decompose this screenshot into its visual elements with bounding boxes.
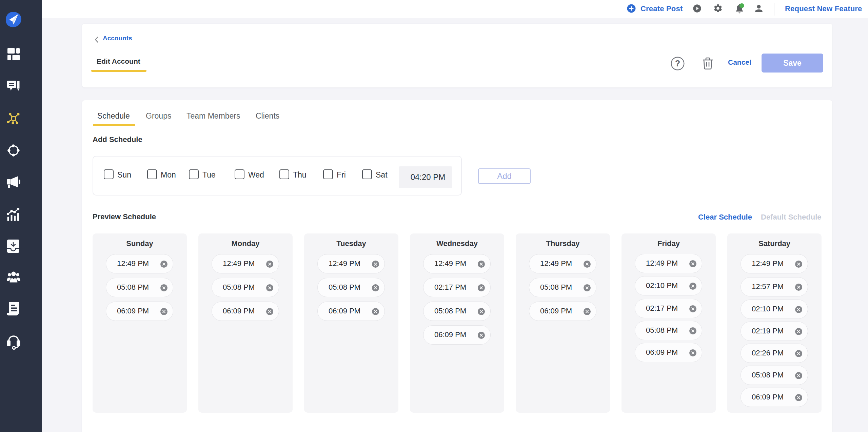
svg-text:?: ? (675, 59, 680, 68)
